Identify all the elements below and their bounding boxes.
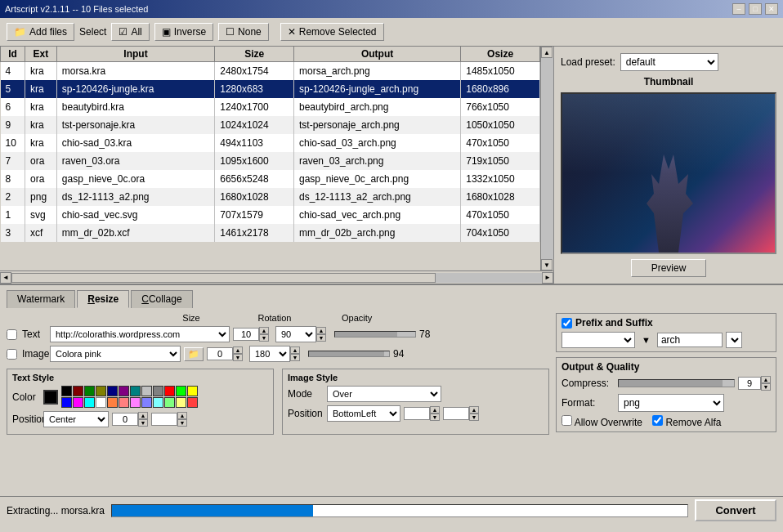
color-lightcyan[interactable] [153,397,163,408]
prefix-suffix-checkbox[interactable] [562,318,572,329]
color-lightyellow[interactable] [176,397,186,408]
img-rotation-down[interactable]: ▼ [290,354,300,361]
scroll-right-button[interactable]: ► [542,272,553,284]
img-position-select[interactable]: BottomLeft [327,405,400,422]
all-button[interactable]: ☑ All [111,23,149,41]
preview-button[interactable]: Preview [631,259,707,277]
suffix-dropdown[interactable]: ▼ [726,332,742,348]
table-row[interactable]: 4kramorsa.kra2480x1754morsa_arch.png1485… [1,62,540,80]
color-orange[interactable] [107,397,118,408]
table-row[interactable]: 10krachio-sad_03.kra494x1103chio-sad_03_… [1,134,540,152]
position-select[interactable]: Center [43,411,109,427]
position-extra-input[interactable] [151,413,177,426]
tab-resize[interactable]: Resize [77,290,129,308]
none-button[interactable]: ☐ None [218,23,269,41]
color-lightblue[interactable] [141,397,152,408]
extra-down[interactable]: ▼ [177,419,187,427]
image-checkbox[interactable] [7,349,17,360]
file-table-container[interactable]: Id Ext Input Size Output Osize 4kramorsa… [0,47,540,270]
color-olive[interactable] [96,386,106,396]
maximize-button[interactable]: □ [749,3,762,15]
image-rotation-select[interactable]: 180 [249,346,290,362]
add-files-button[interactable]: 📁 Add files [7,23,74,41]
color-blue[interactable] [61,397,72,408]
color-lightfuchsia[interactable] [130,397,141,408]
tab-watermark[interactable]: Watermark [7,290,75,308]
table-row[interactable]: 1svgchio-sad_vec.svg707x1579chio-sad_vec… [1,206,540,224]
img-size-down[interactable]: ▼ [233,354,243,361]
image-opacity-track[interactable] [308,351,390,357]
imgpos-x-up[interactable]: ▲ [430,406,440,414]
mode-select[interactable]: Over [327,386,441,402]
allow-overwrite-checkbox[interactable] [562,415,572,426]
inverse-button[interactable]: ▣ Inverse [154,23,213,41]
remove-alfa-checkbox[interactable] [652,415,663,426]
table-row[interactable]: 5krasp-120426-jungle.kra1280x683sp-12042… [1,80,540,98]
remove-selected-button[interactable]: ✕ Remove Selected [280,23,384,41]
offset-down[interactable]: ▼ [138,419,148,427]
text-rotation-down[interactable]: ▼ [316,334,326,342]
color-teal[interactable] [130,386,141,396]
text-input-dropdown[interactable]: http://colorathis.wordpress.com [50,326,230,342]
text-checkbox[interactable] [7,329,17,340]
table-row[interactable]: 2pngds_12-1113_a2.png1680x1028ds_12-1113… [1,188,540,206]
imgpos-x-input[interactable] [404,407,430,420]
text-size-down[interactable]: ▼ [259,334,269,342]
convert-button[interactable]: Convert [695,499,776,521]
table-row[interactable]: 8oragasp_nieve_0c.ora6656x5248gasp_nieve… [1,170,540,188]
color-fuchsia[interactable] [73,397,83,408]
color-cyan[interactable] [84,397,95,408]
text-size-input[interactable] [233,328,259,341]
compress-slider-track[interactable] [618,379,735,387]
image-size-input[interactable] [207,347,233,360]
extra-up[interactable]: ▲ [177,412,187,419]
text-rotation-select[interactable]: 90 [275,326,316,342]
color-red[interactable] [164,386,175,396]
scroll-up-button[interactable]: ▲ [541,47,553,58]
close-button[interactable]: ✕ [765,3,778,15]
color-darkred[interactable] [73,386,83,396]
color-silver[interactable] [141,386,152,396]
scroll-down-button[interactable]: ▼ [541,259,553,270]
imgpos-y-input[interactable] [443,407,469,420]
table-row[interactable]: 3xcfmm_dr_02b.xcf1461x2178mm_dr_02b_arch… [1,224,540,242]
image-select[interactable]: Colora pink [50,346,181,362]
compress-down[interactable]: ▼ [761,383,771,391]
text-size-up[interactable]: ▲ [259,327,269,334]
color-darkgreen[interactable] [84,386,95,396]
table-row[interactable]: 9kratst-personaje.kra1024x1024tst-person… [1,116,540,134]
format-select[interactable]: png [618,394,724,412]
text-opacity-track[interactable] [334,331,416,338]
color-gray[interactable] [153,386,163,396]
scroll-left-button[interactable]: ◄ [0,272,11,284]
table-row[interactable]: 7oraraven_03.ora1095x1600raven_03_arch.p… [1,152,540,170]
imgpos-y-down[interactable]: ▼ [469,414,479,421]
color-black[interactable] [61,386,72,396]
image-browse-button[interactable]: 📁 [184,347,204,361]
imgpos-y-up[interactable]: ▲ [469,406,479,414]
compress-value-input[interactable] [738,377,761,390]
prefix-dropdown[interactable] [562,332,635,348]
imgpos-x-down[interactable]: ▼ [430,414,440,421]
color-lightred[interactable] [187,397,198,408]
table-row[interactable]: 6krabeautybird.kra1240x1700beautybird_ar… [1,98,540,116]
suffix-input[interactable] [657,333,723,347]
color-purple[interactable] [119,386,129,396]
preset-dropdown[interactable]: default [620,53,718,71]
color-salmon[interactable] [119,397,129,408]
img-rotation-up[interactable]: ▲ [290,346,300,354]
img-size-up[interactable]: ▲ [233,346,243,354]
color-white[interactable] [96,397,106,408]
color-lightgreen[interactable] [164,397,175,408]
minimize-button[interactable]: – [732,3,745,15]
color-lime[interactable] [176,386,186,396]
color-yellow[interactable] [187,386,198,396]
color-navy[interactable] [107,386,118,396]
compress-up[interactable]: ▲ [761,376,771,383]
offset-up[interactable]: ▲ [138,412,148,419]
horizontal-scrollbar[interactable]: ◄ ► [0,270,553,284]
active-color-swatch[interactable] [43,390,58,405]
text-rotation-up[interactable]: ▲ [316,327,326,334]
vertical-scrollbar[interactable]: ▲ ▼ [540,47,553,270]
tab-collage[interactable]: CCollage [131,290,192,308]
